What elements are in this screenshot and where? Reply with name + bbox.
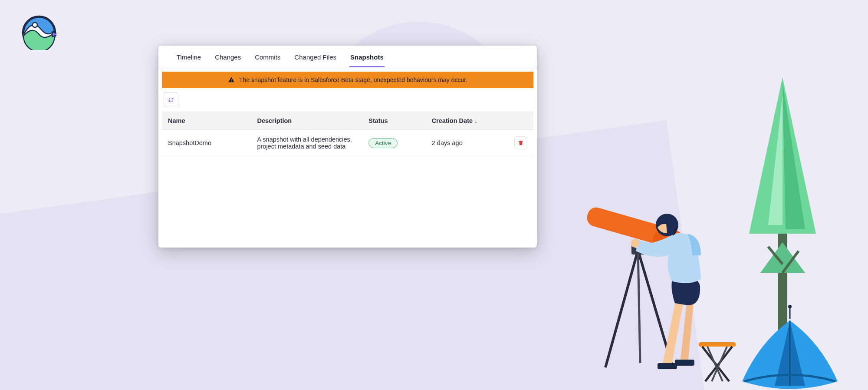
svg-marker-5 xyxy=(749,77,816,234)
column-header-creation-date[interactable]: Creation Date ↓ xyxy=(426,112,507,130)
svg-marker-7 xyxy=(768,95,783,225)
delete-button[interactable] xyxy=(514,136,527,149)
svg-line-10 xyxy=(783,251,799,273)
cell-description: A snapshot with all dependencies, projec… xyxy=(251,130,362,156)
status-badge: Active xyxy=(368,138,398,148)
svg-line-9 xyxy=(768,247,783,264)
svg-line-17 xyxy=(712,347,727,381)
tab-changed-files[interactable]: Changed Files xyxy=(293,51,337,67)
table-header-row: Name Description Status Creation Date ↓ xyxy=(162,112,533,130)
svg-point-1 xyxy=(33,23,37,27)
svg-marker-6 xyxy=(783,82,805,229)
trash-icon xyxy=(518,140,524,146)
sort-descending-icon: ↓ xyxy=(474,117,477,124)
brand-logo xyxy=(22,15,56,50)
cell-actions xyxy=(507,130,533,156)
svg-marker-8 xyxy=(760,242,805,273)
warning-icon xyxy=(228,76,235,83)
cell-status: Active xyxy=(362,130,426,156)
banner-text: The snapshot feature is in Salesforce Be… xyxy=(239,76,467,83)
toolbar xyxy=(158,88,537,112)
column-header-creation-date-label: Creation Date xyxy=(432,117,473,124)
cell-name: SnapshotDemo xyxy=(162,130,251,156)
svg-line-16 xyxy=(707,347,723,381)
refresh-button[interactable] xyxy=(164,93,178,107)
svg-point-12 xyxy=(788,305,792,308)
column-header-description[interactable]: Description xyxy=(251,112,362,130)
tab-changes[interactable]: Changes xyxy=(214,51,242,67)
svg-rect-3 xyxy=(231,81,231,81)
snapshots-table: Name Description Status Creation Date ↓ … xyxy=(162,112,533,156)
tab-bar: Timeline Changes Commits Changed Files S… xyxy=(158,46,537,67)
column-header-name[interactable]: Name xyxy=(162,112,251,130)
tab-snapshots[interactable]: Snapshots xyxy=(349,51,385,67)
svg-rect-4 xyxy=(778,216,787,377)
svg-rect-13 xyxy=(699,342,736,347)
snapshots-panel: Timeline Changes Commits Changed Files S… xyxy=(158,46,537,248)
table-row: SnapshotDemo A snapshot with all depende… xyxy=(162,130,533,156)
svg-rect-2 xyxy=(231,79,231,80)
refresh-icon xyxy=(168,96,174,103)
svg-line-14 xyxy=(702,347,729,381)
cell-creation-date: 2 days ago xyxy=(426,130,507,156)
svg-line-15 xyxy=(705,347,732,381)
tab-commits[interactable]: Commits xyxy=(254,51,281,67)
column-header-status[interactable]: Status xyxy=(362,112,426,130)
beta-warning-banner: The snapshot feature is in Salesforce Be… xyxy=(162,72,533,88)
tab-timeline[interactable]: Timeline xyxy=(176,51,202,67)
column-header-actions xyxy=(507,112,533,130)
